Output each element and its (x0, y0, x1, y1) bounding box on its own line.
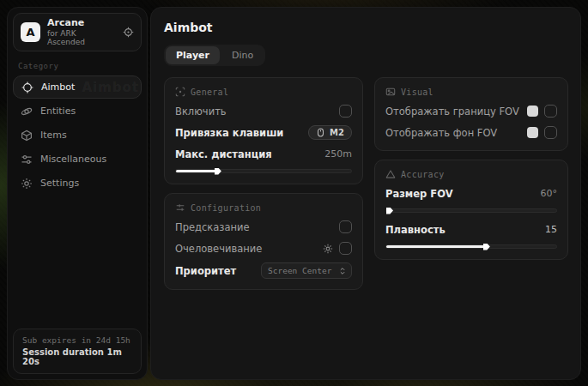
keybind-value: M2 (330, 128, 344, 137)
smoothness-slider[interactable] (385, 244, 557, 249)
cube-icon (21, 130, 33, 142)
app-window: A Arcane for ARK Ascended Category (7, 7, 581, 380)
app-subtitle: for ARK Ascended (47, 29, 116, 47)
main-panel: Aimbot Player Dino General (150, 7, 581, 380)
keybind-button[interactable]: M2 (308, 125, 352, 140)
fov-border-label: Отображать границу FOV (385, 106, 519, 118)
visual-card-title: Visual (401, 87, 433, 97)
fov-size-slider[interactable] (385, 208, 557, 213)
sidebar-item-label: Settings (40, 178, 79, 189)
session-info-card: Sub expires in 24d 15h Session duration … (13, 329, 142, 374)
prediction-checkbox[interactable] (339, 220, 352, 233)
fov-size-slider-fill (386, 209, 388, 212)
configuration-card: Configuration Предсказание Очеловечивани… (164, 193, 363, 290)
smoothness-row: Плавность 15 (385, 222, 557, 237)
left-column: General Включить Привязка клавиши (164, 77, 363, 290)
fov-size-label: Размер FOV (385, 188, 453, 200)
max-distance-value: 250m (324, 148, 352, 160)
fov-border-controls (527, 105, 557, 118)
prediction-row: Предсказание (175, 220, 352, 234)
accuracy-card-title: Accuracy (401, 170, 445, 179)
fov-size-row: Размер FOV 60° (385, 186, 557, 201)
priority-label: Приоритет (175, 265, 236, 277)
general-card-title: General (191, 87, 228, 97)
fov-background-checkbox[interactable] (544, 126, 557, 139)
configuration-card-title: Configuration (191, 203, 261, 213)
tab-dino[interactable]: Dino (221, 46, 264, 64)
tab-player[interactable]: Player (166, 46, 220, 64)
triangle-icon (385, 169, 396, 179)
keybind-label: Привязка клавиши (175, 127, 283, 139)
sidebar-item-label: Miscellaneous (40, 154, 106, 165)
sidebar-item-settings[interactable]: Settings (13, 172, 142, 195)
content-grid: General Включить Привязка клавиши (164, 77, 568, 290)
humanize-row: Очеловечивание (175, 241, 352, 256)
sidebar-item-label: Entities (40, 106, 76, 117)
accuracy-card: Accuracy Размер FOV 60° Плавность 15 (374, 160, 568, 260)
sidebar-item-label: Items (40, 130, 67, 141)
tab-bar: Player Dino (164, 45, 265, 66)
visual-card-header: Visual (385, 87, 557, 97)
max-distance-label: Макс. дистанция (175, 148, 272, 160)
priority-value: Screen Center (268, 266, 331, 275)
sliders-icon (21, 154, 33, 166)
fov-background-controls (527, 126, 557, 139)
fov-border-row: Отображать границу FOV (385, 104, 557, 118)
enable-row: Включить (175, 104, 352, 118)
humanize-gear-icon[interactable] (323, 244, 333, 254)
scan-target-icon (175, 87, 185, 97)
crosshair-settings-icon[interactable] (123, 27, 134, 38)
tune-icon (175, 202, 185, 213)
smoothness-slider-fill (386, 245, 485, 248)
general-card: General Включить Привязка клавиши (164, 77, 363, 184)
humanize-label: Очеловечивание (175, 243, 262, 255)
app-title-block: Arcane for ARK Ascended (47, 18, 116, 46)
accuracy-card-header: Accuracy (385, 169, 557, 179)
sidebar-item-label: Aimbot (41, 81, 75, 93)
unfold-icon (338, 267, 347, 275)
visual-card: Visual Отображать границу FOV Отображать… (374, 77, 568, 151)
sidebar-item-entities[interactable]: Entities (13, 100, 142, 123)
prediction-label: Предсказание (175, 221, 250, 233)
mouse-icon (316, 128, 325, 137)
category-label: Category (8, 51, 147, 75)
fov-border-color-swatch[interactable] (527, 106, 538, 117)
sub-expires-text: Sub expires in 24d 15h (22, 335, 132, 345)
general-card-header: General (175, 87, 352, 97)
sidebar-item-items[interactable]: Items (13, 124, 142, 147)
fov-background-row: Отображать фон FOV (385, 125, 557, 140)
max-distance-row: Макс. дистанция 250m (175, 147, 352, 161)
keybind-row: Привязка клавиши M2 (175, 125, 352, 140)
priority-row: Приоритет Screen Center (175, 262, 352, 279)
gear-icon (21, 178, 33, 190)
app-name: Arcane (47, 18, 116, 29)
crosshair-icon (21, 81, 33, 93)
orbit-icon (21, 106, 33, 118)
max-distance-slider-fill (176, 170, 216, 172)
page-title: Aimbot (164, 21, 568, 34)
image-frame-icon (385, 87, 396, 97)
priority-select[interactable]: Screen Center (261, 262, 352, 279)
app-logo: A (21, 22, 40, 42)
enable-label: Включить (175, 106, 227, 118)
sidebar: A Arcane for ARK Ascended Category (7, 7, 148, 380)
smoothness-value: 15 (545, 224, 557, 235)
configuration-card-header: Configuration (175, 202, 352, 213)
enable-checkbox[interactable] (339, 105, 352, 118)
fov-border-checkbox[interactable] (544, 105, 557, 118)
smoothness-label: Плавность (385, 224, 446, 236)
sidebar-nav: Aimbot Aimbot Entities Items (8, 75, 147, 195)
humanize-controls (323, 242, 352, 255)
sidebar-spacer (8, 195, 147, 323)
session-duration-text: Session duration 1m 20s (22, 347, 132, 366)
logo-card[interactable]: A Arcane for ARK Ascended (13, 13, 142, 51)
sidebar-item-aimbot[interactable]: Aimbot Aimbot (13, 75, 142, 99)
fov-background-color-swatch[interactable] (527, 127, 538, 138)
fov-size-value: 60° (541, 188, 558, 199)
sidebar-item-miscellaneous[interactable]: Miscellaneous (13, 148, 142, 171)
fov-background-label: Отображать фон FOV (385, 127, 497, 139)
right-column: Visual Отображать границу FOV Отображать… (374, 77, 568, 260)
max-distance-slider[interactable] (175, 169, 352, 173)
humanize-checkbox[interactable] (339, 242, 352, 255)
sidebar-ghost-label: Aimbot (82, 80, 139, 95)
